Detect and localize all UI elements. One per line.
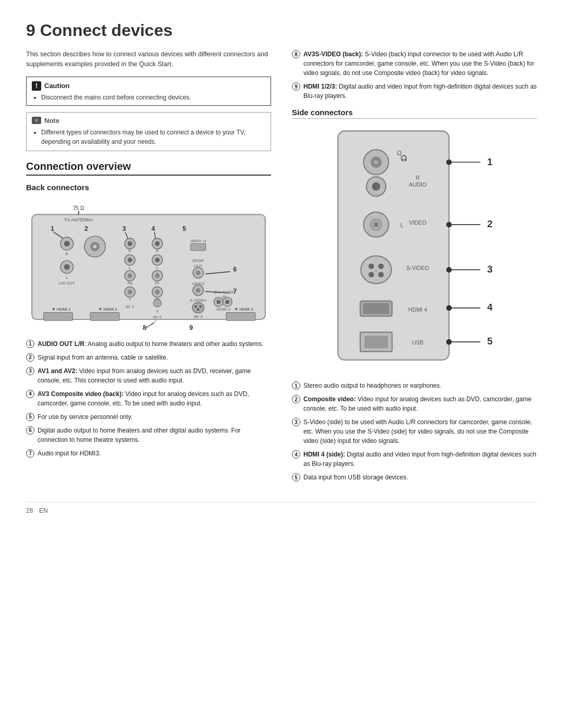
svg-point-20 bbox=[128, 241, 132, 246]
svg-point-72 bbox=[216, 300, 221, 304]
back-item-6-num: 6 bbox=[26, 426, 34, 435]
chapter-title: 9 Connect devices bbox=[26, 21, 537, 40]
back-item-3-text: AV1 and AV2: Video input from analog dev… bbox=[38, 366, 271, 385]
svg-text:HDMI 4: HDMI 4 bbox=[409, 306, 427, 313]
svg-text:HDMI 3: HDMI 3 bbox=[216, 307, 230, 312]
svg-text:Y: Y bbox=[156, 309, 159, 313]
svg-text:R: R bbox=[156, 249, 159, 253]
svg-text:AUDIO: AUDIO bbox=[409, 181, 427, 188]
back-item-1-num: 1 bbox=[26, 340, 34, 348]
svg-text:5: 5 bbox=[182, 225, 186, 232]
caution-box: ! Caution Disconnect the mains cord befo… bbox=[26, 77, 271, 106]
svg-point-107 bbox=[378, 264, 384, 269]
svg-point-26 bbox=[128, 273, 132, 278]
note-header: ≡ Note bbox=[32, 117, 265, 125]
svg-point-23 bbox=[128, 257, 132, 262]
svg-text:6: 6 bbox=[233, 266, 237, 273]
svg-text:1: 1 bbox=[51, 225, 54, 232]
svg-point-44 bbox=[155, 289, 160, 294]
back-item-6: 6 Digital audio output to home theaters … bbox=[26, 426, 271, 445]
side-item-4: 4 HDMI 4 (side): Digital audio and video… bbox=[292, 450, 537, 468]
svg-point-74 bbox=[225, 300, 229, 304]
side-item-1: 1 Stereo audio output to headphones or e… bbox=[292, 381, 537, 390]
section-title-side-connectors: Side connectors bbox=[292, 108, 537, 119]
back-item-3: 3 AV1 and AV2: Video input from analog d… bbox=[26, 366, 271, 385]
side-connector-diagram: 🎧 Ω 1 R AUDIO L VIDEO 2 bbox=[292, 124, 537, 374]
svg-text:SERV. U: SERV. U bbox=[190, 239, 206, 243]
back-item-3-num: 3 bbox=[26, 367, 34, 375]
svg-rect-120 bbox=[364, 336, 388, 348]
svg-rect-86 bbox=[338, 131, 449, 360]
svg-text:↑: ↑ bbox=[154, 318, 156, 323]
back-item-4: 4 AV3 Composite video (back): Video inpu… bbox=[26, 389, 271, 408]
svg-text:▼ HDMI 3: ▼ HDMI 3 bbox=[234, 307, 253, 312]
back-item-5: 5 For use by service personnel only. bbox=[26, 412, 271, 422]
svg-text:5: 5 bbox=[487, 336, 493, 347]
svg-text:L/R OUT: L/R OUT bbox=[59, 280, 75, 285]
page-lang: EN bbox=[39, 507, 48, 514]
side-item-4-num: 4 bbox=[292, 450, 300, 459]
back-items-list: 1 AUDIO OUT L/R: Analog audio output to … bbox=[26, 339, 271, 458]
svg-point-124 bbox=[446, 159, 452, 165]
back-item-7: 7 Audio input for HDMI3. bbox=[26, 449, 271, 458]
subsection-back-connectors: Back connectors bbox=[26, 183, 271, 192]
svg-text:R: R bbox=[416, 175, 420, 181]
svg-point-46 bbox=[153, 299, 162, 307]
back-item-2-num: 2 bbox=[26, 353, 34, 362]
right-item-9-text: HDMI 1/2/3: Digital audio and video inpu… bbox=[303, 82, 537, 101]
svg-text:4: 4 bbox=[152, 225, 155, 232]
svg-text:1: 1 bbox=[487, 156, 493, 167]
back-item-4-num: 4 bbox=[26, 390, 34, 398]
svg-point-89 bbox=[374, 160, 378, 164]
svg-point-110 bbox=[375, 269, 377, 272]
back-item-5-num: 5 bbox=[26, 413, 34, 421]
side-item-1-num: 1 bbox=[292, 381, 300, 390]
svg-text:Y: Y bbox=[129, 297, 132, 302]
svg-point-128 bbox=[446, 339, 452, 345]
side-item-2: 2 Composite video: Video input for analo… bbox=[292, 394, 537, 413]
svg-point-62 bbox=[192, 302, 204, 313]
back-diagram-svg: 75 Ω TV ANTENNA 1 R L L/R OUT 2 bbox=[26, 197, 271, 331]
svg-point-35 bbox=[155, 241, 160, 246]
svg-text:2: 2 bbox=[84, 225, 88, 232]
section-title-connection: Connection overview bbox=[26, 161, 271, 176]
svg-text:AV 1: AV 1 bbox=[126, 304, 134, 309]
svg-text:3: 3 bbox=[123, 225, 126, 232]
caution-icon: ! bbox=[32, 81, 41, 91]
back-item-7-text: Audio input for HDMI3. bbox=[38, 449, 101, 458]
note-title: Note bbox=[44, 117, 59, 125]
back-item-7-num: 7 bbox=[26, 449, 34, 458]
svg-point-64 bbox=[199, 305, 201, 307]
svg-text:TV ANTENNA: TV ANTENNA bbox=[64, 217, 93, 222]
caution-item-1: Disconnect the mains cord before connect… bbox=[41, 94, 265, 101]
svg-point-109 bbox=[378, 272, 384, 278]
back-item-2: 2 Signal input from an antenna, cable or… bbox=[26, 353, 271, 362]
svg-text:▼ HDMI 2: ▼ HDMI 2 bbox=[98, 307, 117, 312]
svg-rect-81 bbox=[226, 312, 255, 320]
svg-rect-79 bbox=[90, 312, 119, 320]
right-item-8-num: 8 bbox=[292, 50, 300, 58]
svg-text:3: 3 bbox=[487, 264, 493, 275]
side-item-4-text: HDMI 4 (side): Digital audio and video i… bbox=[303, 450, 537, 468]
right-item-8-text: AV3S-VIDEO (back): S-Video (back) input … bbox=[303, 50, 537, 78]
back-item-6-text: Digital audio output to home theaters an… bbox=[38, 426, 271, 445]
svg-text:9: 9 bbox=[189, 324, 193, 331]
svg-point-55 bbox=[196, 270, 201, 275]
back-item-1: 1 AUDIO OUT L/R: Analog audio output to … bbox=[26, 339, 271, 349]
svg-text:AV 3: AV 3 bbox=[194, 314, 203, 318]
svg-point-100 bbox=[374, 223, 378, 227]
right-top-list: 8 AV3S-VIDEO (back): S-Video (back) inpu… bbox=[292, 50, 537, 101]
back-item-4-text: AV3 Composite video (back): Video input … bbox=[38, 389, 271, 408]
svg-text:4: 4 bbox=[487, 302, 493, 313]
svg-point-60 bbox=[196, 288, 201, 292]
note-list: Different types of connectors may be use… bbox=[32, 128, 265, 146]
svg-point-41 bbox=[155, 273, 160, 278]
svg-point-29 bbox=[128, 289, 132, 294]
caution-list: Disconnect the mains cord before connect… bbox=[32, 94, 265, 101]
side-item-5-num: 5 bbox=[292, 473, 300, 482]
svg-text:L: L bbox=[66, 275, 68, 279]
caution-header: ! Caution bbox=[32, 81, 265, 91]
side-item-3-text: S-Video (side) to be used with Audio L/R… bbox=[303, 417, 537, 446]
svg-text:Pb: Pb bbox=[127, 280, 132, 285]
svg-text:R: R bbox=[128, 249, 131, 253]
